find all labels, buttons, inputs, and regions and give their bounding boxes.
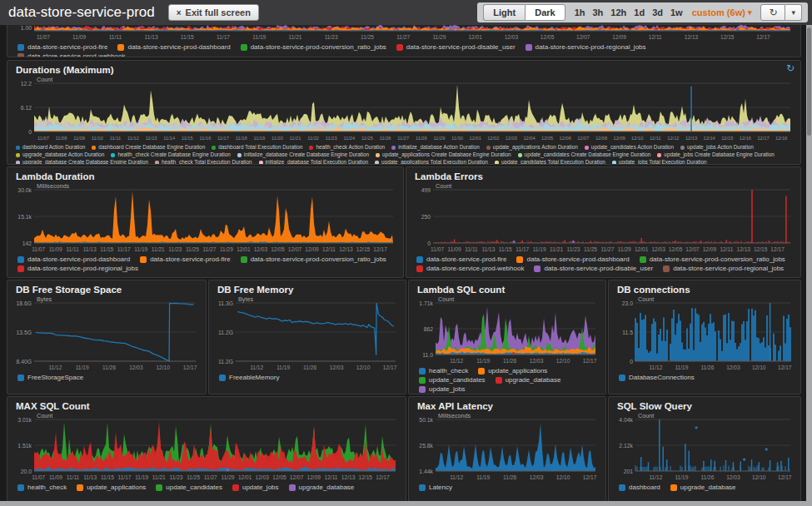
legend-item[interactable]: upgrade_database — [289, 484, 355, 492]
legend-item[interactable]: update_applications Create Database Engi… — [376, 151, 511, 158]
legend-item[interactable]: initialize_database Total Execution Dura… — [259, 159, 369, 165]
svg-text:11/21: 11/21 — [152, 474, 166, 480]
svg-text:11/09: 11/09 — [448, 246, 461, 252]
time-range-3d[interactable]: 3d — [652, 7, 663, 17]
chart-durations-maximum[interactable]: 12.26.120Count11/0711/0811/0911/1011/111… — [9, 76, 797, 142]
svg-text:Bytes: Bytes — [37, 295, 52, 303]
svg-text:11/17: 11/17 — [217, 34, 230, 40]
legend-item[interactable]: dashboard Total Execution Duration — [212, 144, 302, 151]
legend-item[interactable]: upgrade_database — [496, 376, 561, 384]
legend-item[interactable]: DatabaseConnections — [619, 374, 695, 382]
svg-text:11/07: 11/07 — [37, 34, 50, 40]
chart-db-free-memory[interactable]: 11.3G11.2G11.2GBytes11/1211/1911/2612/03… — [211, 295, 402, 372]
time-range-1h[interactable]: 1h — [575, 7, 585, 17]
legend-item[interactable]: data-store-service-prod-webhook — [416, 265, 524, 273]
time-range-1d[interactable]: 1d — [634, 7, 645, 17]
legend-item[interactable]: update_candidates — [419, 376, 486, 384]
legend-item[interactable]: upgrade_database Create Database Engine … — [16, 159, 148, 165]
legend-item[interactable]: data-store-service-prod-conversion_ratio… — [241, 255, 386, 264]
legend-lambda-duration: data-store-service-prod-dashboarddata-st… — [7, 254, 403, 273]
svg-text:11/19: 11/19 — [76, 365, 89, 370]
legend-item[interactable]: dashboard — [619, 484, 660, 492]
legend-item[interactable]: dashboard Create Database Engine Duratio… — [92, 144, 205, 151]
svg-text:12/11: 12/11 — [324, 474, 337, 480]
svg-text:4.04k: 4.04k — [619, 417, 633, 423]
dark-theme-button[interactable]: Dark — [525, 4, 565, 21]
time-range-12h[interactable]: 12h — [610, 7, 626, 17]
legend-item[interactable]: dashboard Action Duration — [16, 144, 85, 151]
custom-range-button[interactable]: custom (6w) ▾ — [692, 7, 752, 17]
legend-item[interactable]: update_candidates — [156, 484, 222, 492]
legend-item[interactable]: update_applications — [478, 367, 547, 375]
refresh-button[interactable]: ↻ — [760, 4, 785, 21]
legend-swatch — [259, 161, 263, 165]
legend-item[interactable]: update_jobs — [419, 385, 466, 394]
legend-item[interactable]: data-store-service-prod-dashboard — [17, 255, 130, 264]
panel-lambda-errors: Lambda Errors4992500Count11/0711/0911/11… — [406, 166, 801, 278]
scrollbar-thumb[interactable] — [807, 27, 811, 136]
legend-item[interactable]: update_jobs Create Database Engine Durat… — [657, 151, 775, 158]
legend-label: update_applications — [488, 367, 547, 375]
chart-lambda-sql-count[interactable]: 1.71k86211.0Count11/1211/1911/2612/0312/… — [411, 295, 602, 365]
legend-item[interactable]: data-store-service-prod-regional_jobs — [526, 43, 646, 52]
legend-item[interactable]: FreeStorageSpace — [17, 374, 83, 382]
legend-item[interactable]: health_check Create Database Engine Dura… — [111, 151, 230, 158]
legend-item[interactable]: FreeableMemory — [219, 374, 279, 382]
legend-item[interactable]: update_jobs Total Execution Duration — [612, 159, 707, 165]
legend-item[interactable]: data-store-service-prod-conversion_ratio… — [640, 255, 785, 264]
legend-item[interactable]: data-store-service-prod-fire — [17, 43, 107, 52]
chart-max-sql-count[interactable]: 3.01k1.51k20.0Count11/0711/0911/1111/131… — [9, 412, 402, 482]
legend-item[interactable]: update_jobs Action Duration — [680, 144, 754, 151]
light-theme-button[interactable]: Light — [483, 4, 525, 21]
legend-item[interactable]: update_applications — [77, 484, 146, 492]
legend-item[interactable]: health_check — [17, 484, 67, 492]
dashboard-title: data-store-service-prod — [0, 4, 155, 21]
legend-item[interactable]: initialize_database Create Database Engi… — [237, 151, 369, 158]
exit-fullscreen-button[interactable]: × Exit full screen — [168, 4, 259, 21]
chart-db-connections[interactable]: 23.011.50Count11/1211/1911/2612/0312/101… — [610, 295, 797, 372]
legend-item[interactable]: data-store-service-prod-dashboard — [117, 43, 230, 52]
svg-text:11/26: 11/26 — [380, 136, 391, 141]
legend-item[interactable]: health_check Action Duration — [309, 144, 385, 151]
widget-refresh-icon[interactable]: ↻ — [786, 63, 795, 73]
chart-lambda-errors[interactable]: 4992500Count11/0711/0911/1111/1311/1511/… — [408, 182, 797, 254]
legend-item[interactable]: update_candidates Action Duration — [585, 144, 674, 151]
chart-top-chart-partial[interactable]: 1.0011/0711/0911/1111/1311/1511/1711/191… — [9, 25, 797, 42]
legend-swatch — [140, 256, 147, 263]
scrollbar[interactable] — [806, 25, 812, 506]
chart-sql-slow-query[interactable]: 4.04k2.12k201Count11/1211/1911/2612/0312… — [610, 412, 797, 482]
svg-text:12/07: 12/07 — [685, 246, 700, 252]
refresh-group: ↻ ▾ — [760, 4, 802, 21]
legend-item[interactable]: update_candidates Total Execution Durati… — [495, 159, 605, 165]
legend-item[interactable]: data-store-service-prod-webhook — [17, 52, 125, 57]
legend-item[interactable]: data-store-service-prod-regional_jobs — [17, 265, 138, 273]
panel-title: Lambda Duration — [7, 167, 403, 182]
svg-text:11/25: 11/25 — [187, 474, 200, 480]
legend-item[interactable]: data-store-service-prod-fire — [140, 255, 230, 264]
legend-item[interactable]: Latency — [419, 484, 452, 492]
time-range-3h[interactable]: 3h — [593, 7, 604, 17]
legend-swatch — [478, 368, 485, 375]
chart-max-api-latency[interactable]: 50.1k25.8k1.44kMilliseconds11/1211/1911/… — [411, 412, 602, 482]
legend-item[interactable]: data-store-service-prod-fire — [416, 255, 506, 264]
chart-lambda-duration[interactable]: 30.0k15.1k142Milliseconds11/0711/0911/11… — [9, 182, 400, 254]
legend-item[interactable]: health_check Total Execution Duration — [155, 159, 252, 165]
legend-item[interactable]: update_jobs — [232, 484, 279, 492]
legend-item[interactable]: update_candidates Create Database Engine… — [518, 151, 651, 158]
legend-item[interactable]: data-store-service-prod-regional_jobs — [663, 265, 784, 273]
legend-item[interactable]: data-store-service-prod-conversion_ratio… — [241, 43, 386, 52]
svg-text:12/03: 12/03 — [506, 136, 517, 141]
time-range-1w[interactable]: 1w — [670, 7, 683, 17]
chart-db-free-storage-space[interactable]: 18.6G13.5G8.40GBytes11/1211/1911/2612/03… — [9, 295, 202, 372]
legend-item[interactable]: update_applications Action Duration — [486, 144, 578, 151]
refresh-options-button[interactable]: ▾ — [785, 4, 802, 21]
legend-item[interactable]: update_applications Total Execution Dura… — [375, 159, 488, 165]
legend-item[interactable]: health_check — [419, 367, 468, 375]
legend-item[interactable]: initialize_database Action Duration — [391, 144, 480, 151]
legend-item[interactable]: upgrade_database Action Duration — [16, 151, 104, 158]
legend-item[interactable]: upgrade_database — [670, 484, 736, 492]
legend-item[interactable]: data-store-service-prod-disable_user — [534, 265, 653, 273]
legend-item[interactable]: data-store-service-prod-dashboard — [516, 255, 629, 264]
legend-item[interactable]: data-store-service-prod-disable_user — [396, 43, 516, 52]
legend-max-sql-count: health_checkupdate_applicationsupdate_ca… — [7, 482, 406, 492]
